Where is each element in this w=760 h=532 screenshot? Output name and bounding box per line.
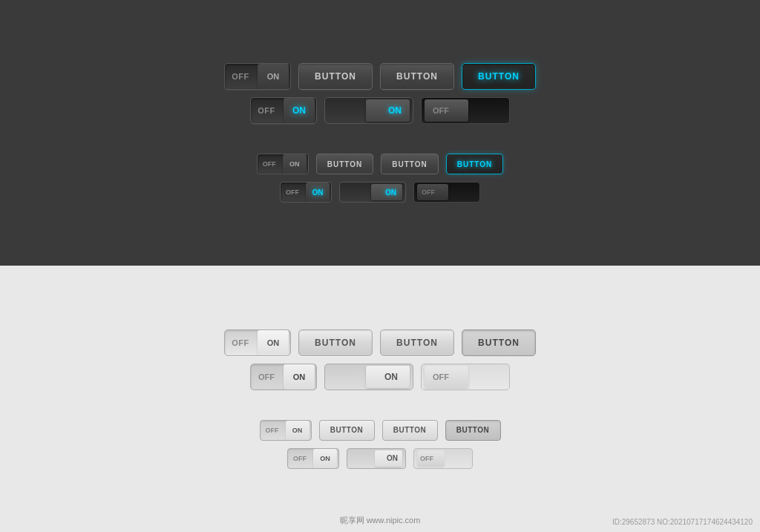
dark-button-active[interactable]: BUTTON xyxy=(462,63,536,90)
toggle-light-sm[interactable]: OFF ON xyxy=(260,420,312,441)
slide-toggle-dark-sm-on[interactable]: ON xyxy=(339,182,406,203)
dark-btn-sm-2[interactable]: BUTTON xyxy=(381,154,438,174)
slide-toggle-dark-off[interactable]: OFF xyxy=(421,97,510,124)
slide-off-label: OFF xyxy=(433,106,449,115)
dark-btn-sm-active[interactable]: BUTTON xyxy=(446,154,503,174)
slide-light-on-label: ON xyxy=(384,372,398,382)
light-row3: OFF ON BUTTON BUTTON BUTTON xyxy=(260,420,501,441)
dark-row3: OFF ON BUTTON BUTTON BUTTON xyxy=(257,154,503,174)
slide-toggle-dark-sm-off[interactable]: OFF xyxy=(413,182,480,203)
toggle-light-sm-off: OFF xyxy=(261,421,284,440)
light-row1: OFF ON BUTTON BUTTON BUTTON xyxy=(224,329,536,356)
light-row2: OFF ON ON OFF xyxy=(250,364,510,390)
toggle-off-label-sm: OFF xyxy=(258,154,281,174)
toggle-on-sm-active: ON xyxy=(306,183,330,202)
slide-light-sm-on: ON xyxy=(387,454,398,462)
light-btn-sm-active[interactable]: BUTTON xyxy=(445,420,501,441)
slide-on-sm: ON xyxy=(385,188,396,197)
dark-row2: OFF ON ON OFF xyxy=(250,97,510,124)
dark-section: OFF ON BUTTON BUTTON BUTTON OFF ON ON OF… xyxy=(0,0,760,266)
toggle-on-label-sm: ON xyxy=(283,154,307,174)
light-section: OFF ON BUTTON BUTTON BUTTON OFF ON ON OF… xyxy=(0,266,760,532)
toggle-off-label: OFF xyxy=(251,98,282,123)
slide-off-sm: OFF xyxy=(422,188,435,196)
light-btn-sm-2[interactable]: BUTTON xyxy=(382,420,438,441)
dark-row1: OFF ON BUTTON BUTTON BUTTON xyxy=(224,63,536,90)
light-btn-1[interactable]: BUTTON xyxy=(298,329,373,356)
dark-btn-sm-1[interactable]: BUTTON xyxy=(316,154,373,174)
toggle-light-sm-on: ON xyxy=(286,421,309,440)
toggle-light-on-2: ON xyxy=(284,364,315,390)
toggle-dark-sm[interactable]: OFF ON xyxy=(257,154,309,174)
toggle-light-sm-off-2: OFF xyxy=(288,449,312,468)
toggle-on-label-active: ON xyxy=(284,98,315,123)
toggle-light-sm-2[interactable]: OFF ON xyxy=(287,448,339,469)
toggle-light-off: OFF xyxy=(225,330,256,355)
toggle-light-lg[interactable]: OFF ON xyxy=(224,329,291,356)
toggle-off-sm: OFF xyxy=(281,183,304,202)
toggle-light-sm-on-2: ON xyxy=(313,449,337,468)
slide-on-label: ON xyxy=(388,105,402,116)
toggle-dark-active-lg[interactable]: OFF ON xyxy=(250,97,317,124)
slide-toggle-light-sm-on[interactable]: ON xyxy=(347,448,406,469)
light-btn-sm-1[interactable]: BUTTON xyxy=(319,420,375,441)
toggle-off-label: OFF xyxy=(225,64,256,89)
copyright-text: ID:29652873 NO:20210717174624434120 xyxy=(612,518,753,526)
dark-row4: OFF ON ON OFF xyxy=(280,182,480,203)
light-btn-2[interactable]: BUTTON xyxy=(380,329,454,356)
toggle-light-off-2: OFF xyxy=(251,364,282,390)
slide-light-sm-off: OFF xyxy=(420,455,433,462)
toggle-light-on: ON xyxy=(258,330,289,355)
dark-button-2[interactable]: BUTTON xyxy=(380,63,454,90)
light-btn-active[interactable]: BUTTON xyxy=(462,329,536,356)
toggle-on-label: ON xyxy=(258,64,289,89)
toggle-light-active-lg[interactable]: OFF ON xyxy=(250,364,317,390)
toggle-dark-active-sm[interactable]: OFF ON xyxy=(280,182,332,203)
slide-toggle-light-off[interactable]: OFF xyxy=(421,364,510,390)
watermark-text: 昵享网 www.nipic.com xyxy=(340,515,421,526)
light-row4: OFF ON ON OFF xyxy=(287,448,473,469)
slide-toggle-light-on[interactable]: ON xyxy=(324,364,413,390)
slide-light-off-label: OFF xyxy=(433,372,449,381)
dark-button-1[interactable]: BUTTON xyxy=(298,63,373,90)
toggle-dark-off-lg[interactable]: OFF ON xyxy=(224,63,291,90)
slide-toggle-light-sm-off[interactable]: OFF xyxy=(413,448,473,469)
slide-toggle-dark-on[interactable]: ON xyxy=(324,97,413,124)
